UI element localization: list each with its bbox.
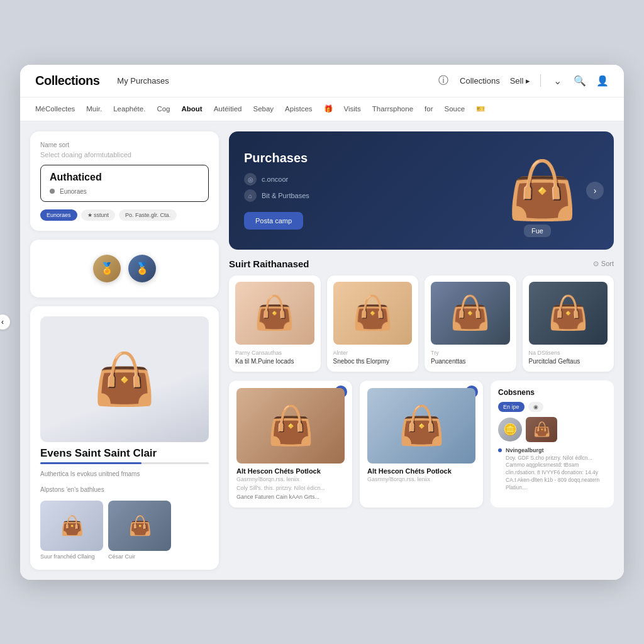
thumb-img-2: 👜 [108, 501, 171, 551]
product-grid: 👜 Parny Cansauthas Ka til M.Puine locads… [229, 275, 614, 372]
hero-bag-card: ‹ 👜 Evens Saint Saint Clair Authertica I… [30, 306, 219, 570]
product-card-1[interactable]: 👜 Parny Cansauthas Ka til M.Puine locads [229, 275, 321, 372]
left-column: Name sort Select doaing aformtutabliced … [30, 131, 219, 570]
hero-meta-text-1: c.oncoor [262, 175, 288, 183]
thumb-label-1: Suur franchéd Cllaing [40, 553, 103, 560]
logo[interactable]: Collections [35, 74, 99, 88]
auth-badge: Authaticed Eunoraes [40, 165, 209, 202]
hero-bag-title: Evens Saint Saint Clair [40, 447, 209, 460]
sort-label: Sort [601, 260, 614, 267]
bottom-label-1: Alt Hescon Chéts Potlock [236, 467, 345, 475]
bottom-detail-1: Coly Sill's. this. pritzry. NiloI édicn.… [236, 485, 345, 491]
coins-row: 🏅 🏅 [40, 250, 209, 287]
product-card-2[interactable]: 👜 Alnter Sneboc ths Elorpmy [327, 275, 419, 372]
hero-meta-1: ◎ c.oncoor [244, 173, 486, 186]
nav-collections-right[interactable]: Collections [460, 76, 500, 86]
hero-next-button[interactable]: › [586, 182, 604, 199]
bottom-card-2[interactable]: 7 👜 Alt Hescon Chéts Potlock Gasmny/Borq… [360, 380, 483, 508]
sec-nav-tharrsphone[interactable]: Tharrsphone [372, 105, 413, 113]
coll-notification-title: Nvingealburgt [506, 447, 606, 453]
main-content: Name sort Select doaing aformtutabliced … [20, 121, 624, 580]
auth-dot [50, 189, 55, 194]
coll-tabs: En ipe ◉ [498, 402, 606, 412]
auth-row: Eunoraes [50, 188, 199, 195]
sec-nav-cog[interactable]: Cog [157, 105, 170, 113]
product-img-2: 👜 [333, 282, 413, 345]
sort-control[interactable]: ⊙ Sort [593, 260, 614, 268]
filter-label: Name sort [40, 142, 209, 148]
prod-cat-2: Alnter [333, 350, 413, 356]
filter-sub: Select doaing aformtutabliced [40, 151, 209, 158]
bottom-sub-1: Gasmny/Borqn.rss. leniix [236, 476, 345, 482]
prod-name-1: Ka til M.Puine locads [235, 357, 314, 365]
sec-nav-souce[interactable]: Souce [444, 105, 465, 113]
progress-fill [40, 462, 142, 464]
hero-meta-icon-1: ◎ [244, 173, 257, 186]
filter-pill-2[interactable]: ★ sstunt [81, 209, 116, 221]
bottom-bag-blue: 👜 [367, 388, 475, 464]
bottom-sub-2: Gasmny/Borqn.rss. leniix [367, 476, 475, 482]
nav-purchases[interactable]: My Purchases [117, 76, 169, 86]
filter-pills-row: Eunoraes ★ sstunt Po. Faste.glr. Cta. [40, 209, 209, 221]
auth-meta1: Eunoraes [60, 188, 87, 195]
nav-sell[interactable]: Sell ▸ [510, 76, 530, 86]
coin-gold: 🏅 [93, 255, 121, 282]
prod-cat-1: Parny Cansauthas [235, 350, 314, 356]
thumb-card-1: 👜 Suur franchéd Cllaing [40, 501, 103, 560]
coll-tab-1[interactable]: En ipe [498, 402, 525, 412]
sec-nav-leaphete[interactable]: Leaphéte. [113, 105, 145, 113]
hero-meta-2: ⌂ Bit & Purtbases [244, 189, 486, 202]
section-title: Suirt Raithanased [229, 258, 593, 269]
filter-pill-1[interactable]: Eunoraes [40, 209, 77, 221]
product-card-3[interactable]: 👜 Try Puancenttas [425, 275, 516, 372]
desc-line2: Alpstons 'en's bathlues [40, 485, 209, 494]
bottom-card-1[interactable]: 8 👜 Alt Hescon Chéts Potlock Gasmny/Borq… [229, 380, 352, 508]
coll-img-row: 🪙 👜 [498, 417, 606, 442]
filter-pill-3[interactable]: Po. Faste.glr. Cta. [119, 209, 177, 221]
sec-nav-collectes[interactable]: MéCollectes [35, 105, 75, 113]
coll-title: Cobsnens [498, 388, 606, 397]
hero-bag-icon: 👜 [93, 350, 156, 409]
chevron-down-icon[interactable]: ⌄ [551, 74, 564, 87]
coll-bullet-active [498, 448, 502, 452]
thumb-img-1: 👜 [40, 501, 103, 551]
sec-nav-ticket[interactable]: 🎫 [476, 104, 485, 113]
search-icon[interactable]: 🔍 [574, 74, 586, 87]
sec-nav-visits[interactable]: Visits [344, 105, 361, 113]
progress-bar [40, 462, 209, 464]
bottom-bag-brown: 👜 [236, 388, 345, 464]
sec-nav-about[interactable]: About [181, 105, 202, 113]
nav-divider [540, 74, 541, 87]
sec-nav-auteitied[interactable]: Autéitied [214, 105, 242, 113]
product-card-4[interactable]: 👜 Na DStisens Purcitclad Geftaus [523, 275, 614, 372]
collections-card: Cobsnens En ipe ◉ 🪙 👜 Nvingealburgt Doy. [491, 380, 614, 508]
bag-hero-image: 👜 [40, 316, 209, 442]
sec-nav-apistces[interactable]: Apistces [285, 105, 312, 113]
hero-banner: Purchases ◎ c.oncoor ⌂ Bit & Purtbases P… [229, 131, 614, 250]
auth-title: Authaticed [50, 172, 199, 183]
top-nav: Collections My Purchases ⓘ Collections S… [20, 65, 624, 97]
coll-tab-2[interactable]: ◉ [528, 402, 543, 412]
coll-notification-row: Nvingealburgt Doy. GDF S.cho pritzry. Ni… [498, 447, 606, 492]
account-icon[interactable]: 👤 [596, 74, 609, 87]
product-img-3: 👜 [431, 282, 510, 345]
sort-icon: ⊙ [593, 260, 599, 268]
product-img-4: 👜 [529, 282, 608, 345]
sec-nav-gift[interactable]: 🎁 [324, 104, 333, 113]
coll-thumb-img: 🪙 [498, 418, 522, 441]
thumb-card-2: 👜 César Cuir [108, 501, 171, 560]
hero-meta-icon-2: ⌂ [244, 189, 257, 202]
sec-nav-for[interactable]: for [425, 105, 433, 113]
hero-secondary-btn[interactable]: Fue [524, 225, 551, 237]
suirt-section: Suirt Raithanased ⊙ Sort 👜 Parny Cansaut… [229, 258, 614, 372]
sec-nav-muir[interactable]: Muir. [86, 105, 102, 113]
coll-bag-thumb: 👜 [526, 417, 557, 442]
info-icon[interactable]: ⓘ [437, 74, 450, 87]
desc-line1: Authertica Is evokus unitned fmams [40, 469, 209, 479]
hero-banner-title: Purchases [244, 151, 486, 165]
hero-cta-button[interactable]: Posta camp [244, 212, 303, 230]
section-header: Suirt Raithanased ⊙ Sort [229, 258, 614, 269]
prod-cat-3: Try [431, 350, 510, 356]
sec-nav-sebay[interactable]: Sebay [253, 105, 274, 113]
coll-notification-detail: Doy. GDF S.cho pritzry. NiloI édlcn... C… [506, 455, 606, 492]
